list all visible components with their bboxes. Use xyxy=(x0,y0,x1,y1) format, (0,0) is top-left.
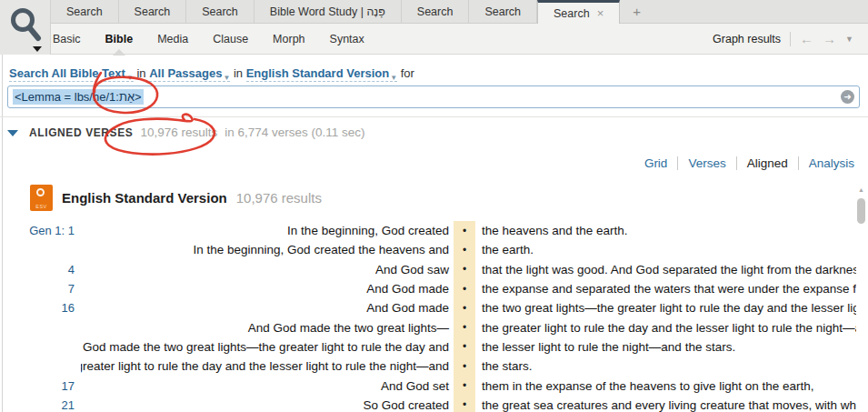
version-name: English Standard Version xyxy=(62,190,227,206)
panel-menu-caret-icon[interactable] xyxy=(33,46,42,52)
text-before-hit: And God made xyxy=(366,282,454,296)
hit-marker: • xyxy=(454,260,475,279)
hit-marker: • xyxy=(454,357,475,376)
version-result-count: 10,976 results xyxy=(236,190,322,206)
graph-results-button[interactable]: Graph results xyxy=(713,33,781,45)
verse-reference[interactable]: Gen 1: 1 xyxy=(3,224,81,237)
passages-dropdown[interactable]: All Passages▼ xyxy=(149,66,230,82)
hit-marker: • xyxy=(454,298,475,317)
tab-search-5[interactable]: Search xyxy=(469,0,537,23)
verse-reference[interactable]: 4 xyxy=(3,263,81,276)
search-panel-icon-area xyxy=(0,0,51,55)
text-after-hit: the stars. xyxy=(475,359,856,373)
run-search-button[interactable]: ➜ xyxy=(841,90,854,104)
tab-bible-word-study[interactable]: Bible Word Study | פָּנֶה xyxy=(254,0,402,23)
history-forward-icon[interactable]: → xyxy=(823,32,836,45)
section-title: ALIGNED VERSES xyxy=(29,126,133,139)
verse-reference[interactable]: 17 xyxy=(3,379,81,393)
text-after-hit: the great sea creatures and every living… xyxy=(475,398,856,412)
hit-marker: • xyxy=(454,240,475,259)
search-query-input[interactable]: <Lemma = lbs/he/1:אֵת> ➜ xyxy=(7,85,860,108)
chevron-down-icon: ▼ xyxy=(223,74,230,82)
collapse-caret-icon[interactable] xyxy=(7,130,18,136)
search-kind-menu: Basic Bible Media Clause Morph Syntax xyxy=(51,33,364,45)
view-tab-divider xyxy=(798,156,799,170)
verse-reference[interactable]: 7 xyxy=(3,282,81,296)
vertical-scrollbar[interactable]: ▲ xyxy=(855,182,867,412)
chevron-down-icon: ▼ xyxy=(390,74,397,82)
search-menu-bar: Basic Bible Media Clause Morph Syntax Gr… xyxy=(51,24,868,55)
menu-item-syntax[interactable]: Syntax xyxy=(330,33,364,45)
hit-marker: • xyxy=(454,376,475,395)
search-criteria-line: Search All Bible Text▼ in All Passages▼ … xyxy=(9,66,414,80)
text-before-hit: So God created xyxy=(363,398,454,412)
view-tab-analysis[interactable]: Analysis xyxy=(809,156,854,170)
scrollbar-thumb[interactable] xyxy=(857,198,865,224)
text-before-hit: And God made xyxy=(366,301,454,315)
text-before-hit: And God made the two great lights—the gr… xyxy=(81,359,454,373)
hit-marker: • xyxy=(454,396,475,412)
text-after-hit: the earth. xyxy=(475,243,856,256)
verse-reference[interactable]: 16 xyxy=(3,301,81,315)
view-tab-grid[interactable]: Grid xyxy=(644,156,668,170)
menu-item-clause[interactable]: Clause xyxy=(213,33,248,45)
text-before-hit: And God made the two great lights—the gr… xyxy=(81,340,454,354)
verse-row[interactable]: And God made the two great lights—the gr… xyxy=(3,337,856,357)
scroll-up-icon[interactable]: ▲ xyxy=(857,186,865,193)
esv-logo-ring xyxy=(36,188,45,196)
esv-logo-label: ESV xyxy=(30,204,53,209)
new-tab-button[interactable]: + xyxy=(620,0,653,23)
menu-item-basic[interactable]: Basic xyxy=(53,33,81,45)
hit-marker: • xyxy=(454,279,475,298)
text-before-hit: And God set xyxy=(381,379,454,393)
scope-dropdown[interactable]: Search All Bible Text▼ xyxy=(9,66,134,82)
version-header: ESV English Standard Version 10,976 resu… xyxy=(30,185,322,211)
results-detail: in 6,774 verses (0.11 sec) xyxy=(224,126,364,139)
verse-row[interactable]: 4 And God saw • that the light was good.… xyxy=(3,260,856,279)
verse-row[interactable]: 21 So God created • the great sea creatu… xyxy=(3,396,856,412)
tab-bar: Search Search Search Bible Word Study | … xyxy=(51,0,868,24)
history-back-icon[interactable]: ← xyxy=(800,32,813,45)
tab-search-2[interactable]: Search xyxy=(119,0,187,23)
hit-marker: • xyxy=(454,317,475,337)
tab-search-active[interactable]: Search × xyxy=(537,0,620,24)
verse-row[interactable]: In the beginning, God created the heaven… xyxy=(3,240,856,259)
view-tab-verses[interactable]: Verses xyxy=(688,156,725,170)
tab-search-3[interactable]: Search xyxy=(186,0,254,23)
close-tab-icon[interactable]: × xyxy=(597,7,604,19)
esv-resource-icon[interactable]: ESV xyxy=(30,185,53,211)
aligned-verses-header: ALIGNED VERSES 10,976 results in 6,774 v… xyxy=(7,126,365,139)
selected-query-text: <Lemma = lbs/he/1:אֵת> xyxy=(13,89,144,105)
history-menu-caret-icon[interactable]: ▼ xyxy=(845,35,853,44)
tab-search-1[interactable]: Search xyxy=(51,0,119,23)
criteria-text: in xyxy=(136,66,145,80)
text-after-hit: the greater light to rule the day and th… xyxy=(475,321,856,335)
menu-item-bible[interactable]: Bible xyxy=(105,33,134,45)
menu-item-media[interactable]: Media xyxy=(157,33,188,45)
hit-marker: • xyxy=(454,337,475,357)
tab-search-4[interactable]: Search xyxy=(402,0,470,23)
view-tab-aligned[interactable]: Aligned xyxy=(747,156,788,170)
text-before-hit: In the beginning, God created xyxy=(287,224,454,237)
verse-row[interactable]: And God made the two great lights—the gr… xyxy=(3,357,856,376)
menu-item-morph[interactable]: Morph xyxy=(273,33,304,45)
verse-row[interactable]: 17 And God set • them in the expanse of … xyxy=(3,376,856,395)
verse-row[interactable]: 7 And God made • the expanse and separat… xyxy=(3,279,856,298)
text-before-hit: In the beginning, God created the heaven… xyxy=(194,243,454,256)
text-after-hit: the two great lights—the greater light t… xyxy=(475,301,856,315)
magnifier-icon xyxy=(8,6,43,48)
text-before-hit: And God saw xyxy=(375,263,454,276)
results-count: 10,976 results xyxy=(140,126,217,139)
verse-row[interactable]: And God made the two great lights— • the… xyxy=(3,317,856,337)
text-after-hit: the expanse and separated the waters tha… xyxy=(475,282,856,296)
aligned-verse-list: Gen 1: 1 In the beginning, God created •… xyxy=(3,221,856,412)
text-after-hit: them in the expanse of the heavens to gi… xyxy=(475,379,856,393)
verse-row[interactable]: 16 And God made • the two great lights—t… xyxy=(3,298,856,317)
text-after-hit: the heavens and the earth. xyxy=(475,224,856,237)
version-dropdown[interactable]: English Standard Version▼ xyxy=(246,66,397,82)
logos-search-window: Search Search Search Bible Word Study | … xyxy=(0,0,868,412)
verse-reference[interactable]: 21 xyxy=(3,398,81,412)
verse-row[interactable]: Gen 1: 1 In the beginning, God created •… xyxy=(3,221,856,240)
text-before-hit: And God made the two great lights— xyxy=(248,321,454,335)
view-tab-divider xyxy=(736,156,737,170)
